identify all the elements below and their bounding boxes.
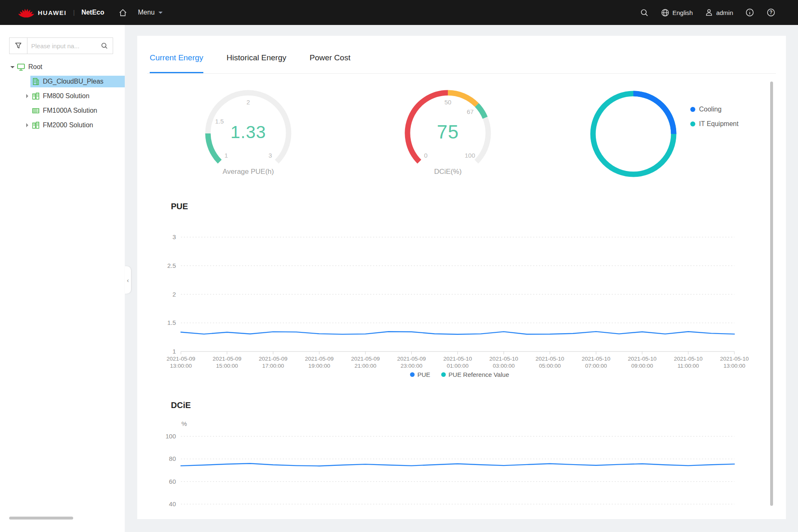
menu-label: Menu	[138, 9, 155, 16]
buildings-icon	[32, 121, 40, 129]
legend-dot	[441, 372, 446, 377]
tree-item-inner: DG_CloudBU_Pleas	[30, 76, 125, 87]
svg-text:2021-05-0915:00:00: 2021-05-0915:00:00	[212, 356, 241, 369]
sidebar-horizontal-scrollbar[interactable]	[9, 517, 73, 520]
tree-filter	[9, 37, 113, 54]
gauge-tick-label: 0	[424, 152, 427, 159]
content-vertical-scrollbar[interactable]	[770, 82, 773, 506]
gauge-average-pue: 1.33 Average PUE(h) 11.523	[203, 81, 294, 185]
header-left: HUAWEI | NetEco Menu	[0, 7, 163, 18]
home-icon[interactable]	[119, 8, 127, 17]
menu-button[interactable]: Menu	[138, 9, 163, 16]
svg-text:2021-05-1001:00:00: 2021-05-1001:00:00	[443, 356, 472, 369]
svg-text:2021-05-0921:00:00: 2021-05-0921:00:00	[351, 356, 380, 369]
tab-current-energy[interactable]: Current Energy	[150, 53, 203, 73]
tree-item-fm1000a-solution[interactable]: FM1000A Solution	[0, 104, 125, 118]
brand-text: HUAWEI	[38, 9, 67, 16]
svg-text:2021-05-1005:00:00: 2021-05-1005:00:00	[536, 356, 564, 369]
device-tree: RootDG_CloudBU_PleasFM800 SolutionFM1000…	[0, 60, 125, 133]
username-label: admin	[716, 9, 733, 16]
gauge-dcie-label: DCiE(%)	[394, 168, 502, 176]
svg-text:2: 2	[173, 291, 176, 298]
legend-label: PUE	[418, 371, 430, 378]
svg-text:2021-05-1009:00:00: 2021-05-1009:00:00	[628, 356, 657, 369]
legend-item-pue[interactable]: PUE	[410, 371, 430, 378]
gauge-tick-label: 67	[467, 108, 474, 115]
gauge-tick-label: 1.5	[215, 118, 224, 125]
tab-historical-energy[interactable]: Historical Energy	[227, 53, 287, 73]
caret-right-icon[interactable]	[24, 123, 30, 127]
filter-icon[interactable]	[10, 38, 27, 54]
user-menu[interactable]: admin	[705, 8, 733, 17]
tab-bar: Current EnergyHistorical EnergyPower Cos…	[150, 53, 351, 73]
svg-text:100: 100	[166, 433, 176, 440]
tree-item-fm800-solution[interactable]: FM800 Solution	[0, 89, 125, 103]
search-icon[interactable]	[640, 8, 649, 17]
tree-item-inner: FM2000 Solution	[30, 119, 125, 131]
tree-item-inner: FM1000A Solution	[30, 105, 125, 116]
tree-item-inner: FM800 Solution	[30, 90, 125, 102]
gauge-average-pue-value: 1.33	[203, 122, 294, 142]
header-right: English admin ?	[640, 8, 798, 17]
pue-chart-legend: PUEPUE Reference Value	[141, 371, 778, 378]
gauge-dcie: 75 DCiE(%) 05067100	[402, 81, 494, 185]
legend-dot	[690, 121, 695, 126]
svg-text:80: 80	[169, 455, 176, 462]
svg-text:2021-05-1003:00:00: 2021-05-1003:00:00	[489, 356, 518, 369]
svg-text:60: 60	[169, 478, 176, 485]
energy-donut-chart	[588, 88, 679, 180]
gauge-average-pue-label: Average PUE(h)	[194, 168, 302, 176]
svg-text:2021-05-0913:00:00: 2021-05-0913:00:00	[166, 356, 195, 369]
top-bar: HUAWEI | NetEco Menu English	[0, 0, 798, 25]
gauge-dcie-value: 75	[402, 121, 494, 143]
legend-label: IT Equipment	[699, 120, 739, 128]
caret-down-icon[interactable]	[9, 64, 15, 70]
tree-item-root[interactable]: Root	[0, 60, 125, 74]
svg-text:2021-05-1007:00:00: 2021-05-1007:00:00	[582, 356, 610, 369]
help-icon[interactable]: ?	[766, 8, 776, 17]
search-input[interactable]	[27, 38, 96, 54]
tree-item-label: FM2000 Solution	[43, 121, 93, 129]
svg-text:2021-05-1011:00:00: 2021-05-1011:00:00	[674, 356, 703, 369]
legend-label: Cooling	[699, 106, 721, 113]
huawei-logo-icon	[18, 7, 34, 18]
globe-icon	[661, 8, 670, 17]
svg-text:2.5: 2.5	[167, 262, 176, 269]
svg-text:2021-05-1013:00:00: 2021-05-1013:00:00	[720, 356, 749, 369]
legend-item-pue-reference-value[interactable]: PUE Reference Value	[441, 371, 509, 378]
buildings-icon	[32, 92, 40, 100]
tree-item-fm2000-solution[interactable]: FM2000 Solution	[0, 118, 125, 132]
gauge-tick-label: 50	[445, 99, 452, 106]
header-divider: |	[73, 9, 75, 16]
pue-line-chart: 11.522.532021-05-0913:00:002021-05-0915:…	[141, 200, 778, 371]
tab-divider	[147, 73, 776, 74]
user-icon	[705, 8, 713, 17]
tab-power-cost[interactable]: Power Cost	[309, 53, 350, 73]
building-icon	[32, 78, 40, 85]
monitor-icon	[17, 63, 25, 71]
sidebar-collapse-handle[interactable]: ‹	[125, 266, 131, 294]
tree-item-inner: Root	[15, 61, 125, 73]
svg-text:40: 40	[169, 500, 176, 507]
info-icon[interactable]	[745, 8, 754, 17]
tree-item-label: DG_CloudBU_Pleas	[43, 78, 104, 85]
caret-right-icon[interactable]	[24, 94, 30, 98]
svg-text:2021-05-0923:00:00: 2021-05-0923:00:00	[397, 356, 426, 369]
gauge-tick-label: 100	[465, 152, 475, 159]
product-name: NetEco	[82, 9, 104, 16]
chevron-down-icon	[158, 12, 163, 16]
dcie-line-chart: 406080100%	[141, 395, 778, 519]
svg-text:1.5: 1.5	[167, 319, 176, 326]
server-icon	[32, 107, 40, 114]
content-panel: Current EnergyHistorical EnergyPower Cos…	[137, 36, 786, 519]
legend-dot	[410, 372, 415, 377]
tree-search-button[interactable]	[96, 38, 113, 54]
tree-item-dg-cloudbu-pleas[interactable]: DG_CloudBU_Pleas	[0, 74, 125, 89]
tree-item-label: Root	[28, 63, 42, 71]
svg-text:3: 3	[173, 233, 176, 240]
legend-item-it-equipment[interactable]: IT Equipment	[690, 120, 739, 128]
language-switch[interactable]: English	[661, 8, 693, 17]
legend-item-cooling[interactable]: Cooling	[690, 106, 739, 113]
sidebar: RootDG_CloudBU_PleasFM800 SolutionFM1000…	[0, 25, 125, 532]
gauge-tick-label: 1	[225, 152, 228, 159]
